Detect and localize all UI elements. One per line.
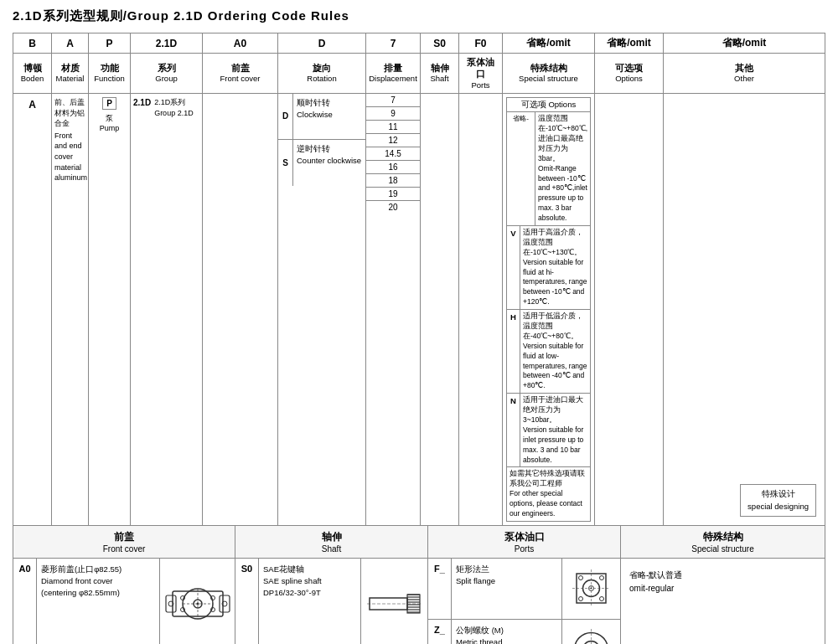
- bottom-ports-cn: 泵体油口: [432, 530, 616, 544]
- options-h-key: H: [507, 310, 520, 393]
- col-shaft-main: [421, 94, 459, 525]
- fc-a0-row: A0 菱形前盖(止口φ82.55) Diamond front cover (c…: [13, 559, 235, 644]
- displ-19: 19: [366, 188, 420, 201]
- displ-16: 16: [366, 161, 420, 174]
- header-material: 材质Material: [52, 54, 89, 93]
- port-z-text: 公制螺纹 (M) Metric thread: [452, 620, 561, 644]
- col-ports-main: [459, 94, 503, 525]
- code-cell-omit3: 省略/omit: [664, 33, 825, 53]
- header-shaft: 轴伸Shaft: [421, 54, 459, 93]
- main-area: A 前、后盖材料为铝合金 Front and end cover materia…: [13, 94, 825, 526]
- function-pump: 泵Pump: [100, 113, 120, 132]
- col-function: P 泵Pump: [89, 94, 131, 525]
- options-n-row: N 适用于进油口最大绝对压力为3~10bar。Version suitable …: [507, 394, 590, 467]
- code-cell-a0: A0: [203, 33, 278, 53]
- code-cell-s0: S0: [421, 33, 459, 53]
- bottom-frontcover-col: 前盖 Front cover A0 菱形前盖(止口φ82.55) Diamond…: [13, 526, 235, 644]
- header-displacement: 排量Displacement: [366, 54, 421, 93]
- bottom-special-col: 特殊结构 Special structure 省略-默认普通 omit-regu…: [621, 526, 825, 644]
- bottom-section: 前盖 Front cover A0 菱形前盖(止口φ82.55) Diamond…: [13, 526, 825, 644]
- special-omit-en: omit-regular: [629, 582, 816, 595]
- bottom-special-header: 特殊结构 Special structure: [621, 526, 825, 559]
- options-box: 可选项 Options 省略- 温度范围在-10℃~+80℃,进油口最高绝对压力…: [506, 97, 591, 522]
- header-other: 其他Other: [664, 54, 825, 93]
- bottom-ports-header: 泵体油口 Ports: [428, 526, 620, 559]
- col-material: 前、后盖材料为铝合金 Front and end cover material …: [52, 94, 89, 525]
- bottom-shaft-header: 轴伸 Shaft: [235, 526, 427, 559]
- bottom-shaft-cn: 轴伸: [240, 530, 423, 544]
- bottom-fc-cn: 前盖: [18, 530, 230, 544]
- col-displacement: 7 9 11 12 14.5 16 18 19 20: [366, 94, 421, 525]
- port-f-diagram: [561, 559, 620, 619]
- svg-point-56: [579, 597, 583, 601]
- code-cell-f0: F0: [459, 33, 503, 53]
- bottom-shaft-en: Shaft: [240, 544, 423, 554]
- displ-20: 20: [366, 201, 420, 214]
- options-v-val: 适用于高温介质，温度范围在-10℃~+130℃。Version suitable…: [520, 226, 590, 309]
- special-design-en: special designing: [747, 501, 809, 513]
- code-cell-d: D: [278, 33, 366, 53]
- code-cell-21d: 2.1D: [131, 33, 203, 53]
- header-row: 博顿Boden 材质Material 功能Function 系列Group 前盖…: [13, 54, 825, 94]
- shaft-s0-code: S0: [235, 559, 259, 644]
- code-cell-b: B: [13, 33, 52, 53]
- col-options-main: [595, 94, 664, 525]
- col-special-main: 可选项 Options 省略- 温度范围在-10℃~+80℃,进油口最高绝对压力…: [503, 94, 595, 525]
- port-f-code: F_: [428, 559, 452, 619]
- function-p-label: P: [102, 97, 116, 110]
- options-h-row: H 适用于低温介质，温度范围在-40℃~+80℃。Version suitabl…: [507, 310, 590, 394]
- material-text: 前、后盖材料为铝合金: [54, 97, 85, 129]
- header-rotation: 旋向Rotation: [278, 54, 366, 93]
- rotation-ccw-row: S 逆时针转Counter clockwise: [278, 140, 365, 186]
- bottom-ports-col: 泵体油口 Ports F_ 矩形法兰 Split flange: [428, 526, 621, 644]
- bottom-special-cn: 特殊结构: [625, 530, 820, 544]
- bottom-shaft-col: 轴伸 Shaft S0 SAE花键轴 SAE spline shaft DP16…: [235, 526, 428, 644]
- col-frontcover: [203, 94, 278, 525]
- header-boden: 博顿Boden: [13, 54, 52, 93]
- code-cell-7: 7: [366, 33, 421, 53]
- header-special: 特殊结构Special structure: [503, 54, 595, 93]
- col-other-main: 特殊设计 special designing: [664, 94, 825, 525]
- options-omit-val: 温度范围在-10℃~+80℃,进油口最高绝对压力为3bar。Omit-Range…: [535, 112, 590, 225]
- svg-rect-5: [220, 595, 230, 612]
- options-n-val: 适用于进油口最大绝对压力为3~10bar。Version suitable fo…: [520, 394, 590, 466]
- special-omit-row: 省略-默认普通 omit-regular: [621, 559, 825, 644]
- options-h-val: 适用于低温介质，温度范围在-40℃~+80℃。Version suitable …: [520, 310, 590, 393]
- options-v-row: V 适用于高温介质，温度范围在-10℃~+130℃。Version suitab…: [507, 226, 590, 310]
- code-cell-a: A: [52, 33, 89, 53]
- rotation-d-label: D: [278, 94, 293, 139]
- shaft-s0-row: S0 SAE花键轴 SAE spline shaft DP16/32-30°-9…: [235, 559, 427, 644]
- options-n-key: N: [507, 394, 520, 466]
- bottom-ports-en: Ports: [432, 544, 616, 554]
- fc-a0-diagram: [159, 559, 235, 644]
- fc-a0-text: 菱形前盖(止口φ82.55) Diamond front cover (cent…: [37, 559, 159, 644]
- displ-12: 12: [366, 134, 420, 147]
- svg-rect-4: [166, 595, 176, 612]
- svg-point-57: [600, 597, 604, 601]
- port-z-diagram: [561, 620, 620, 644]
- rotation-cw-row: D 顺时针转Clockwise: [278, 94, 365, 140]
- options-omit-key: 省略-: [507, 112, 535, 225]
- svg-point-54: [579, 576, 583, 580]
- rotation-cw-text: 顺时针转Clockwise: [293, 94, 336, 139]
- col-rotation: D 顺时针转Clockwise S 逆时针转Counter clockwise: [278, 94, 366, 525]
- group-21d-label: 2.1D: [133, 97, 151, 522]
- special-omit-cn: 省略-默认普通: [629, 569, 816, 582]
- displ-7: 7: [366, 94, 420, 107]
- bottom-special-en: Special structure: [625, 544, 820, 554]
- options-title: 可选项 Options: [507, 98, 590, 112]
- options-footer: 如需其它特殊选项请联系我公司工程师For other special optio…: [507, 467, 590, 520]
- col-group: 2.1D 2.1D系列Group 2.1D: [131, 94, 203, 525]
- boden-a: A: [28, 99, 36, 111]
- displ-11: 11: [366, 121, 420, 134]
- special-design-box: 特殊设计 special designing: [740, 484, 816, 517]
- port-f-text: 矩形法兰 Split flange: [452, 559, 561, 619]
- shaft-s0-diagram: [360, 559, 427, 644]
- svg-point-55: [600, 576, 604, 580]
- port-f-row: F_ 矩形法兰 Split flange: [428, 559, 620, 620]
- group-21d-text: 2.1D系列Group 2.1D: [154, 97, 194, 522]
- header-group: 系列Group: [131, 54, 203, 93]
- material-en: Front and end cover material aluminum: [54, 131, 85, 183]
- header-ports: 泵体油口Ports: [459, 54, 503, 93]
- code-row: B A P 2.1D A0 D 7 S0 F0 省略/omit 省略/omit …: [13, 33, 825, 54]
